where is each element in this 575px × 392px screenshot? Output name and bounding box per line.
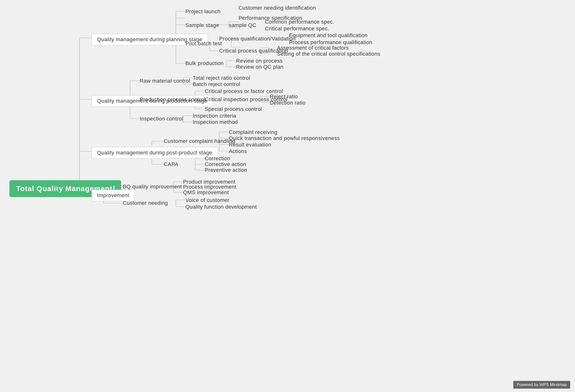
result-evaluation-node: Result evaluation [229,142,271,148]
detection-ratio-node: Detection ratio [270,100,306,106]
production-process-node: Production process control [140,96,205,103]
complaint-receiving-node: Complaint receiving [229,129,278,135]
inspection-method-node: Inspection method [193,119,238,125]
process-qual-node: Process qualification/Validation [219,36,296,42]
improvement-node: Improvement [92,190,135,201]
sample-stage-node: Sample stage [186,22,219,28]
quick-transaction-node: Quick transaction and powful responsiven… [229,135,340,141]
setting-critical-node: Setting of the critical control specific… [277,51,380,57]
review-process-node: Review on process [236,58,283,64]
customer-complaint-node: Customer complaint handling [164,138,235,144]
critical-perf-spec-node: Critical performance spec. [265,25,329,32]
actions-node: Actions [229,148,247,154]
project-launch-node: Project launch [186,8,221,15]
raw-material-node: Raw material control [140,78,190,84]
qms-improvement-node: QMS improvement [183,189,229,196]
customer-needing-node: Customer needing [123,200,168,206]
quality-function-dev-node: Quality function development [186,204,257,210]
mindmap-canvas: Total Quality Management Quality managem… [0,0,575,392]
post-product-stage-label: Quality management during post-product s… [92,147,218,159]
pilot-batch-node: Pilot batch test [186,41,222,47]
total-reject-ratio-node: Total reject ratio control [193,75,250,81]
reject-ratio-node: Reject ratio [270,94,298,100]
capa-node: CAPA [164,161,178,168]
corrective-action-node: Corrective action [205,161,246,168]
common-perf-spec-node: Common performance spec. [265,19,334,25]
inspection-control-node: Inspection control [140,116,183,122]
assessment-critical-node: Assessment of critical factors [277,45,349,51]
preventive-action-node: Preventive action [205,167,247,173]
voice-of-customer-node: Voice of customer [186,197,229,203]
review-qc-plan-node: Review on QC plan [236,64,284,70]
bq-quality-node: BQ quality improvement [123,184,182,190]
inspection-criteria-node: Inspection criteria [193,113,236,119]
batch-reject-node: Batch reject control [193,81,240,87]
sample-qc-node: sample QC [229,22,256,28]
equip-tool-qual-node: Equipment and tool qualification [289,32,368,39]
post-product-stage-node: Quality management during post-product s… [92,147,218,159]
bulk-production-node: Bulk production [186,60,224,67]
watermark: Powered by WPS Mindmap [513,381,570,389]
customer-needing-id-node: Customer needing identification [239,5,316,11]
improvement-label: Improvement [92,190,135,201]
special-process-node: Special process control [205,106,262,112]
correction-node: Correction [205,155,230,162]
